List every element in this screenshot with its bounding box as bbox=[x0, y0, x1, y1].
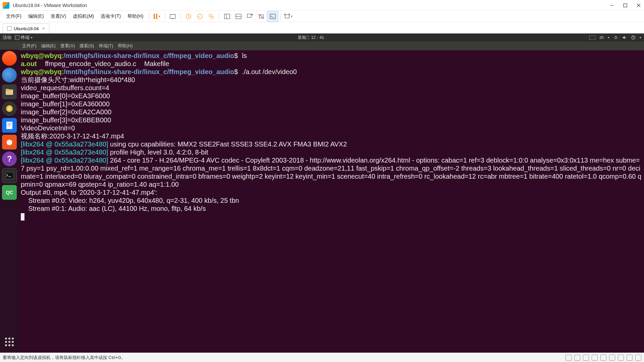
separator bbox=[280, 12, 281, 20]
separator bbox=[180, 12, 181, 20]
term-menu-help[interactable]: 帮助(H) bbox=[118, 43, 132, 49]
svg-point-9 bbox=[211, 16, 214, 19]
chevron-down-icon: ▾ bbox=[640, 36, 641, 39]
svg-rect-17 bbox=[270, 14, 275, 19]
terminal-app-indicator[interactable]: 终端 ▾ bbox=[15, 35, 33, 41]
network-icon[interactable] bbox=[613, 35, 618, 40]
pause-button[interactable]: ▾ bbox=[151, 11, 163, 22]
term-menu-edit[interactable]: 编辑(E) bbox=[41, 43, 56, 49]
clock[interactable]: 星期二 12：41 bbox=[33, 35, 589, 41]
svg-rect-19 bbox=[285, 15, 289, 18]
help-icon[interactable]: ? bbox=[2, 152, 17, 166]
fullscreen-exit-button[interactable] bbox=[256, 11, 267, 22]
status-network-icon[interactable] bbox=[583, 355, 589, 361]
vm-tab[interactable]: Ubuntu18.04 × bbox=[3, 23, 49, 33]
status-hint: 要将输入定向到该虚拟机，请将鼠标指针移入其中或按 Ctrl+G。 bbox=[3, 355, 126, 361]
vm-tab-label: Ubuntu18.04 bbox=[14, 26, 39, 31]
vm-tab-icon bbox=[7, 26, 12, 31]
menu-view[interactable]: 查看(V) bbox=[47, 11, 70, 21]
language-indicator[interactable]: zh bbox=[599, 35, 604, 40]
vmware-tabrow: Ubuntu18.04 × bbox=[0, 22, 644, 34]
svg-rect-26 bbox=[6, 122, 12, 129]
terminal-window: 文件(F) 编辑(E) 查看(V) 搜索(S) 终端(T) 帮助(H) wbyq… bbox=[19, 42, 644, 353]
status-printer-icon[interactable] bbox=[609, 355, 615, 361]
svg-rect-4 bbox=[170, 14, 175, 18]
status-camera-icon[interactable] bbox=[618, 355, 624, 361]
status-usb-icon[interactable] bbox=[592, 355, 598, 361]
menu-vm[interactable]: 虚拟机(M) bbox=[69, 11, 97, 21]
qtcreator-icon[interactable]: QC bbox=[2, 185, 17, 200]
power-icon[interactable] bbox=[631, 35, 636, 40]
thunderbird-icon[interactable] bbox=[2, 68, 17, 82]
keyboard-icon[interactable] bbox=[589, 36, 595, 40]
vmware-menubar: 文件(F) 编辑(E) 查看(V) 虚拟机(M) 选项卡(T) 帮助(H) ▾ … bbox=[0, 11, 644, 22]
vm-tab-close-button[interactable]: × bbox=[42, 26, 45, 31]
maximize-button[interactable] bbox=[623, 3, 628, 8]
window-title: Ubuntu18.04 - VMware Workstation bbox=[13, 3, 609, 8]
chevron-down-icon: ▾ bbox=[608, 36, 609, 39]
status-message-icon[interactable] bbox=[635, 355, 641, 361]
terminal-cursor bbox=[21, 213, 24, 221]
terminal-menubar: 文件(F) 编辑(E) 查看(V) 搜索(S) 终端(T) 帮助(H) bbox=[19, 42, 644, 50]
view-single-button[interactable] bbox=[221, 11, 233, 22]
status-cd-icon[interactable] bbox=[574, 355, 580, 361]
term-menu-terminal[interactable]: 终端(T) bbox=[99, 43, 113, 49]
fullscreen-button[interactable]: ▾ bbox=[283, 11, 294, 22]
vmware-logo-icon bbox=[3, 2, 9, 9]
svg-rect-21 bbox=[589, 36, 595, 40]
volume-icon[interactable] bbox=[622, 35, 627, 40]
separator bbox=[149, 12, 149, 20]
separator bbox=[165, 12, 165, 20]
status-disk-icon[interactable] bbox=[566, 355, 572, 361]
separator bbox=[219, 12, 219, 20]
menu-tabs[interactable]: 选项卡(T) bbox=[97, 11, 124, 21]
vmware-statusbar: 要将输入定向到该虚拟机，请将鼠标指针移入其中或按 Ctrl+G。 bbox=[0, 353, 644, 362]
term-menu-file[interactable]: 文件(F) bbox=[22, 43, 37, 49]
svg-rect-30 bbox=[5, 172, 13, 179]
view-split-button[interactable] bbox=[233, 11, 244, 22]
activities-button[interactable]: 活动 bbox=[3, 35, 11, 41]
svg-rect-25 bbox=[6, 89, 9, 91]
term-menu-view[interactable]: 查看(V) bbox=[60, 43, 75, 49]
ubuntu-topbar: 活动 终端 ▾ 星期二 12：41 zh ▾ ▾ bbox=[0, 34, 644, 42]
snapshot-manager-button[interactable] bbox=[206, 11, 217, 22]
console-button[interactable] bbox=[267, 11, 278, 22]
menu-file[interactable]: 文件(F) bbox=[3, 11, 25, 21]
svg-rect-1 bbox=[624, 4, 627, 7]
guest-display[interactable]: 活动 终端 ▾ 星期二 12：41 zh ▾ ▾ wbyq@wbyq: /mnt… bbox=[0, 34, 644, 353]
status-display-icon[interactable] bbox=[627, 355, 633, 361]
svg-rect-14 bbox=[247, 14, 251, 17]
writer-icon[interactable] bbox=[2, 118, 17, 133]
term-menu-search[interactable]: 搜索(S) bbox=[79, 43, 94, 49]
rhythmbox-icon[interactable] bbox=[2, 101, 17, 116]
svg-rect-10 bbox=[224, 14, 230, 19]
terminal-output[interactable]: wbyq@wbyq:/mnt/hgfs/linux-share-dir/linu… bbox=[19, 50, 644, 353]
snapshot-button[interactable] bbox=[183, 11, 194, 22]
minimize-button[interactable] bbox=[609, 3, 614, 8]
ubuntu-dock: ? QC bbox=[0, 50, 19, 353]
show-apps-button[interactable] bbox=[2, 335, 17, 349]
firefox-icon[interactable] bbox=[2, 51, 17, 66]
menu-edit[interactable]: 编辑(E) bbox=[25, 11, 47, 21]
files-icon[interactable] bbox=[2, 84, 17, 99]
snapshot-revert-button[interactable] bbox=[194, 11, 206, 22]
unity-button[interactable] bbox=[244, 11, 256, 22]
status-sound-icon[interactable] bbox=[600, 355, 606, 361]
svg-rect-20 bbox=[15, 36, 19, 40]
close-button[interactable] bbox=[636, 3, 641, 8]
terminal-dock-icon[interactable] bbox=[2, 168, 17, 183]
vmware-titlebar: Ubuntu18.04 - VMware Workstation bbox=[0, 0, 644, 11]
menu-help[interactable]: 帮助(H) bbox=[124, 11, 147, 21]
send-ctrl-alt-del-button[interactable] bbox=[167, 11, 178, 22]
terminal-icon bbox=[15, 35, 19, 40]
software-icon[interactable] bbox=[2, 135, 17, 149]
